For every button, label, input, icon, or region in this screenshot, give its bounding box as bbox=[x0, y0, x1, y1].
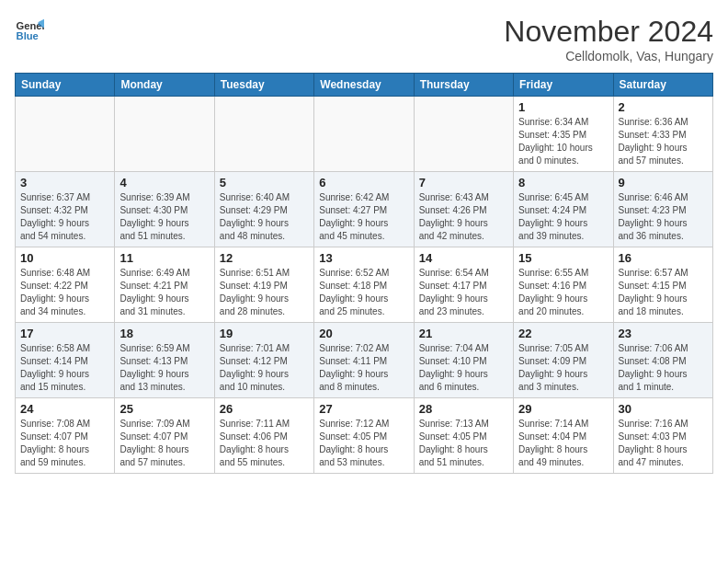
calendar-cell: 23Sunrise: 7:06 AM Sunset: 4:08 PM Dayli… bbox=[613, 323, 712, 398]
day-info: Sunrise: 6:46 AM Sunset: 4:23 PM Dayligh… bbox=[619, 191, 708, 243]
col-monday: Monday bbox=[115, 74, 214, 97]
day-info: Sunrise: 6:42 AM Sunset: 4:27 PM Dayligh… bbox=[319, 191, 408, 243]
calendar-cell: 11Sunrise: 6:49 AM Sunset: 4:21 PM Dayli… bbox=[115, 247, 214, 323]
calendar-cell: 25Sunrise: 7:09 AM Sunset: 4:07 PM Dayli… bbox=[115, 398, 214, 474]
day-number: 19 bbox=[220, 327, 309, 340]
day-number: 21 bbox=[419, 327, 508, 340]
calendar-cell: 18Sunrise: 6:59 AM Sunset: 4:13 PM Dayli… bbox=[115, 323, 214, 398]
calendar-cell: 3Sunrise: 6:37 AM Sunset: 4:32 PM Daylig… bbox=[16, 172, 115, 247]
calendar-cell: 5Sunrise: 6:40 AM Sunset: 4:29 PM Daylig… bbox=[214, 172, 313, 247]
day-info: Sunrise: 6:45 AM Sunset: 4:24 PM Dayligh… bbox=[518, 191, 608, 243]
day-number: 11 bbox=[119, 251, 209, 265]
day-number: 9 bbox=[619, 176, 708, 190]
day-info: Sunrise: 6:55 AM Sunset: 4:16 PM Dayligh… bbox=[518, 267, 608, 318]
col-tuesday: Tuesday bbox=[214, 74, 313, 97]
calendar-cell bbox=[314, 97, 414, 172]
day-number: 23 bbox=[619, 327, 708, 340]
col-sunday: Sunday bbox=[16, 74, 115, 97]
day-number: 29 bbox=[518, 402, 608, 416]
calendar-cell: 22Sunrise: 7:05 AM Sunset: 4:09 PM Dayli… bbox=[514, 323, 613, 398]
day-info: Sunrise: 6:49 AM Sunset: 4:21 PM Dayligh… bbox=[119, 267, 209, 318]
day-number: 15 bbox=[518, 251, 608, 265]
calendar-cell: 24Sunrise: 7:08 AM Sunset: 4:07 PM Dayli… bbox=[16, 398, 115, 474]
page: General Blue November 2024 Celldomolk, V… bbox=[0, 0, 728, 481]
day-info: Sunrise: 6:40 AM Sunset: 4:29 PM Dayligh… bbox=[220, 191, 309, 243]
day-info: Sunrise: 7:05 AM Sunset: 4:09 PM Dayligh… bbox=[518, 342, 608, 394]
calendar-cell: 26Sunrise: 7:11 AM Sunset: 4:06 PM Dayli… bbox=[214, 398, 313, 474]
col-wednesday: Wednesday bbox=[314, 74, 414, 97]
day-info: Sunrise: 7:01 AM Sunset: 4:12 PM Dayligh… bbox=[220, 342, 309, 394]
calendar-cell: 7Sunrise: 6:43 AM Sunset: 4:26 PM Daylig… bbox=[414, 172, 513, 247]
day-info: Sunrise: 7:11 AM Sunset: 4:06 PM Dayligh… bbox=[220, 418, 309, 469]
calendar-cell: 15Sunrise: 6:55 AM Sunset: 4:16 PM Dayli… bbox=[514, 247, 613, 323]
day-number: 25 bbox=[119, 402, 209, 416]
title-block: November 2024 Celldomolk, Vas, Hungary bbox=[504, 15, 713, 63]
calendar-table: Sunday Monday Tuesday Wednesday Thursday… bbox=[15, 73, 713, 474]
day-info: Sunrise: 6:48 AM Sunset: 4:22 PM Dayligh… bbox=[20, 267, 109, 318]
day-number: 26 bbox=[220, 402, 309, 416]
calendar-cell: 27Sunrise: 7:12 AM Sunset: 4:05 PM Dayli… bbox=[314, 398, 414, 474]
day-info: Sunrise: 7:12 AM Sunset: 4:05 PM Dayligh… bbox=[319, 418, 408, 469]
calendar-cell: 13Sunrise: 6:52 AM Sunset: 4:18 PM Dayli… bbox=[314, 247, 414, 323]
day-number: 13 bbox=[319, 251, 408, 265]
day-info: Sunrise: 6:43 AM Sunset: 4:26 PM Dayligh… bbox=[419, 191, 508, 243]
calendar-cell: 19Sunrise: 7:01 AM Sunset: 4:12 PM Dayli… bbox=[214, 323, 313, 398]
logo: General Blue bbox=[15, 15, 44, 44]
day-number: 18 bbox=[119, 327, 209, 340]
calendar-cell bbox=[16, 97, 115, 172]
calendar-cell: 12Sunrise: 6:51 AM Sunset: 4:19 PM Dayli… bbox=[214, 247, 313, 323]
calendar-cell: 29Sunrise: 7:14 AM Sunset: 4:04 PM Dayli… bbox=[514, 398, 613, 474]
calendar-cell: 10Sunrise: 6:48 AM Sunset: 4:22 PM Dayli… bbox=[16, 247, 115, 323]
month-title: November 2024 bbox=[504, 15, 713, 49]
calendar-cell: 4Sunrise: 6:39 AM Sunset: 4:30 PM Daylig… bbox=[115, 172, 214, 247]
calendar-cell: 9Sunrise: 6:46 AM Sunset: 4:23 PM Daylig… bbox=[613, 172, 712, 247]
week-row-5: 24Sunrise: 7:08 AM Sunset: 4:07 PM Dayli… bbox=[16, 398, 713, 474]
col-thursday: Thursday bbox=[414, 74, 513, 97]
day-info: Sunrise: 7:06 AM Sunset: 4:08 PM Dayligh… bbox=[619, 342, 708, 394]
day-info: Sunrise: 7:02 AM Sunset: 4:11 PM Dayligh… bbox=[319, 342, 408, 394]
day-info: Sunrise: 7:14 AM Sunset: 4:04 PM Dayligh… bbox=[518, 418, 608, 469]
week-row-4: 17Sunrise: 6:58 AM Sunset: 4:14 PM Dayli… bbox=[16, 323, 713, 398]
day-number: 4 bbox=[119, 176, 209, 190]
calendar-header-row: Sunday Monday Tuesday Wednesday Thursday… bbox=[16, 74, 713, 97]
calendar-cell: 8Sunrise: 6:45 AM Sunset: 4:24 PM Daylig… bbox=[514, 172, 613, 247]
day-number: 30 bbox=[619, 402, 708, 416]
col-friday: Friday bbox=[514, 74, 613, 97]
day-number: 7 bbox=[419, 176, 508, 190]
day-info: Sunrise: 6:51 AM Sunset: 4:19 PM Dayligh… bbox=[220, 267, 309, 318]
calendar-cell bbox=[414, 97, 513, 172]
day-number: 17 bbox=[20, 327, 109, 340]
week-row-1: 1Sunrise: 6:34 AM Sunset: 4:35 PM Daylig… bbox=[16, 97, 713, 172]
day-info: Sunrise: 6:34 AM Sunset: 4:35 PM Dayligh… bbox=[518, 116, 608, 167]
calendar-cell: 28Sunrise: 7:13 AM Sunset: 4:05 PM Dayli… bbox=[414, 398, 513, 474]
day-info: Sunrise: 6:58 AM Sunset: 4:14 PM Dayligh… bbox=[20, 342, 109, 394]
day-number: 16 bbox=[619, 251, 708, 265]
logo-icon: General Blue bbox=[15, 15, 44, 44]
location-subtitle: Celldomolk, Vas, Hungary bbox=[504, 49, 713, 63]
svg-text:Blue: Blue bbox=[17, 30, 39, 41]
calendar-cell bbox=[115, 97, 214, 172]
day-info: Sunrise: 7:04 AM Sunset: 4:10 PM Dayligh… bbox=[419, 342, 508, 394]
header: General Blue November 2024 Celldomolk, V… bbox=[15, 15, 713, 63]
day-number: 8 bbox=[518, 176, 608, 190]
col-saturday: Saturday bbox=[613, 74, 712, 97]
day-number: 1 bbox=[518, 100, 608, 114]
calendar-cell: 17Sunrise: 6:58 AM Sunset: 4:14 PM Dayli… bbox=[16, 323, 115, 398]
day-number: 3 bbox=[20, 176, 109, 190]
day-number: 20 bbox=[319, 327, 408, 340]
calendar-cell: 14Sunrise: 6:54 AM Sunset: 4:17 PM Dayli… bbox=[414, 247, 513, 323]
calendar-cell: 30Sunrise: 7:16 AM Sunset: 4:03 PM Dayli… bbox=[613, 398, 712, 474]
day-number: 27 bbox=[319, 402, 408, 416]
calendar-cell: 2Sunrise: 6:36 AM Sunset: 4:33 PM Daylig… bbox=[613, 97, 712, 172]
day-info: Sunrise: 6:37 AM Sunset: 4:32 PM Dayligh… bbox=[20, 191, 109, 243]
day-info: Sunrise: 7:09 AM Sunset: 4:07 PM Dayligh… bbox=[119, 418, 209, 469]
day-number: 28 bbox=[419, 402, 508, 416]
day-info: Sunrise: 6:39 AM Sunset: 4:30 PM Dayligh… bbox=[119, 191, 209, 243]
calendar-cell: 16Sunrise: 6:57 AM Sunset: 4:15 PM Dayli… bbox=[613, 247, 712, 323]
day-info: Sunrise: 7:16 AM Sunset: 4:03 PM Dayligh… bbox=[619, 418, 708, 469]
day-number: 12 bbox=[220, 251, 309, 265]
day-info: Sunrise: 7:13 AM Sunset: 4:05 PM Dayligh… bbox=[419, 418, 508, 469]
day-number: 6 bbox=[319, 176, 408, 190]
day-info: Sunrise: 6:59 AM Sunset: 4:13 PM Dayligh… bbox=[119, 342, 209, 394]
day-number: 5 bbox=[220, 176, 309, 190]
